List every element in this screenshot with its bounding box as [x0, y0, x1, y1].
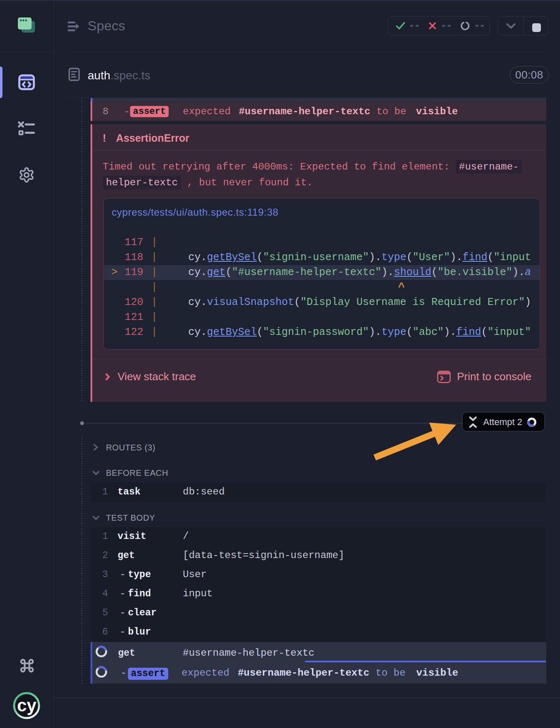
svg-text:cy: cy — [17, 696, 37, 715]
